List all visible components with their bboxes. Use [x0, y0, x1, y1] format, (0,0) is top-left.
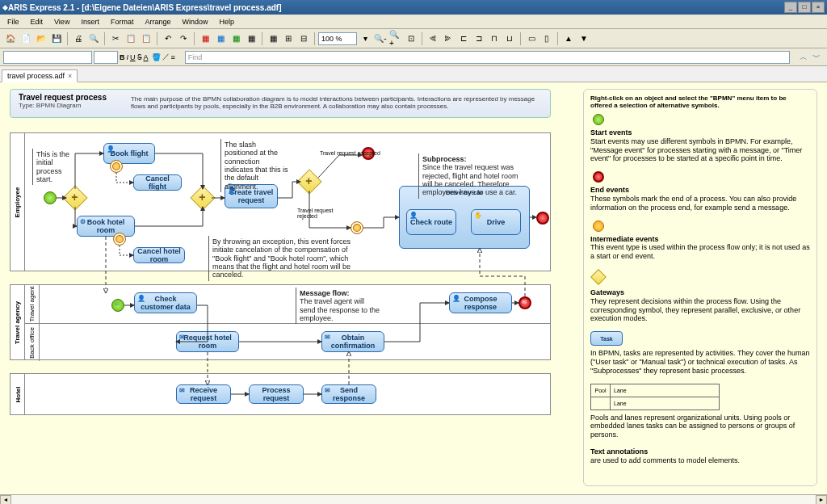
event-throw-exception[interactable] — [351, 221, 363, 234]
event-start[interactable] — [44, 191, 57, 204]
export-img-icon[interactable]: ▦ — [229, 32, 243, 46]
menu-edit[interactable]: Edit — [25, 16, 49, 27]
task-send-response[interactable]: ✉Send response — [321, 384, 376, 404]
menu-file[interactable]: File — [2, 16, 25, 27]
fill-color-icon[interactable]: 🪣 — [152, 53, 161, 61]
task-book-flight[interactable]: 👤Book flight — [103, 143, 155, 164]
fit-icon[interactable]: ⊡ — [404, 32, 418, 46]
menu-help[interactable]: Help — [213, 16, 240, 27]
document-tabs: travel process.adf × — [0, 66, 827, 82]
annotation-subprocess: Subprocess:Since the travel request was … — [418, 153, 531, 199]
tab-close-icon[interactable]: × — [68, 72, 72, 80]
canvas-area[interactable]: Travel request process Type: BPMN Diagra… — [0, 82, 827, 494]
layout-icon[interactable]: ⊞ — [281, 32, 296, 46]
cut-icon[interactable]: ✂ — [108, 32, 123, 46]
font-select[interactable] — [3, 51, 92, 64]
copy-icon[interactable]: 📋 — [124, 32, 138, 46]
line-style-icon[interactable]: ≡ — [171, 53, 175, 61]
find-input[interactable]: Find — [185, 51, 790, 64]
task-check-route[interactable]: 👤Check route — [406, 209, 456, 235]
new-icon[interactable]: 📄 — [19, 32, 33, 46]
scroll-left-icon[interactable]: ◄ — [0, 495, 11, 504]
menu-bar: File Edit View Insert Format Arrange Win… — [0, 15, 827, 29]
undo-icon[interactable]: ↶ — [161, 32, 175, 46]
task-cancel-hotel[interactable]: Cancel hotel room — [133, 247, 185, 263]
zoom-dropdown-icon[interactable]: ▾ — [358, 32, 372, 46]
redo-icon[interactable]: ↷ — [176, 32, 191, 46]
zoom-input[interactable]: 100 % — [318, 32, 357, 45]
user-icon: 👤 — [107, 145, 115, 153]
event-end-subprocess[interactable] — [536, 212, 549, 225]
event-compensate-flight[interactable] — [110, 160, 123, 173]
send-icon: ✉ — [179, 334, 185, 341]
menu-insert[interactable]: Insert — [75, 16, 105, 27]
diagram-header: Travel request process Type: BPMN Diagra… — [10, 89, 551, 118]
pool-hotel-label: Hotel — [14, 386, 21, 402]
tab-travel-process[interactable]: travel process.adf × — [2, 69, 78, 82]
task-process-request[interactable]: Process request — [249, 384, 304, 404]
align-middle-icon[interactable]: ⊓ — [487, 32, 502, 46]
maximize-button[interactable]: □ — [798, 2, 811, 13]
ungroup-icon[interactable]: ▯ — [539, 32, 554, 46]
bold-icon[interactable]: B — [120, 53, 125, 61]
print-preview-icon[interactable]: 🔍 — [86, 32, 101, 46]
diagram-description: The main purpose of the BPMN collaborati… — [131, 93, 542, 114]
open-icon[interactable]: 📂 — [34, 32, 48, 46]
legend-end-icon — [593, 171, 604, 183]
task-receive-request[interactable]: ✉Receive request — [176, 384, 231, 404]
event-end-message[interactable]: ✉ — [518, 296, 531, 309]
save-icon[interactable]: 💾 — [49, 32, 64, 46]
scroll-right-icon[interactable]: ► — [816, 495, 827, 504]
group-icon[interactable]: ▭ — [524, 32, 539, 46]
task-book-hotel[interactable]: ⚙Book hotel room — [77, 216, 135, 237]
main-toolbar: 🏠 📄 📂 💾 🖨 🔍 ✂ 📋 📋 ↶ ↷ ▦ ▦ ▦ ▦ ▦ ⊞ ⊟ 100 … — [0, 29, 827, 48]
underline-icon[interactable]: U — [130, 53, 136, 61]
align-bottom-icon[interactable]: ⊔ — [502, 32, 517, 46]
task-obtain-confirmation[interactable]: ✉Obtain confirmation — [321, 331, 384, 352]
task-drive[interactable]: ✋Drive — [471, 209, 521, 235]
font-size-select[interactable] — [94, 51, 118, 64]
align-center-icon[interactable]: ⫸ — [441, 32, 455, 46]
horizontal-scrollbar[interactable]: ◄ ► — [0, 494, 827, 504]
export-icon[interactable]: ▦ — [244, 32, 258, 46]
export-rtf-icon[interactable]: ▦ — [213, 32, 228, 46]
paste-icon[interactable]: 📋 — [139, 32, 153, 46]
minimize-button[interactable]: _ — [784, 2, 797, 13]
user-icon: 👤 — [452, 295, 460, 302]
close-button[interactable]: × — [812, 2, 825, 13]
event-compensate-hotel[interactable] — [113, 233, 126, 246]
align-right-icon[interactable]: ⊏ — [456, 32, 471, 46]
italic-icon[interactable]: I — [127, 53, 129, 61]
find-chevron-down-icon[interactable]: ﹀ — [812, 52, 821, 63]
task-request-hotel[interactable]: ✉Request hotel room — [176, 331, 239, 352]
arrange-icon[interactable]: ⊟ — [296, 32, 311, 46]
menu-format[interactable]: Format — [105, 16, 140, 27]
legend-task-icon: Task — [590, 331, 623, 346]
service-icon: ⚙ — [80, 218, 86, 225]
home-icon[interactable]: 🏠 — [3, 32, 18, 46]
zoom-out-icon[interactable]: 🔍- — [373, 32, 388, 46]
zoom-in-icon[interactable]: 🔍+ — [388, 32, 403, 46]
task-compose-response[interactable]: 👤Compose response — [449, 292, 512, 313]
bring-front-icon[interactable]: ▲ — [561, 32, 576, 46]
export-pdf-icon[interactable]: ▦ — [198, 32, 212, 46]
receive-icon: ✉ — [325, 334, 330, 341]
event-start-message[interactable]: ✉ — [111, 299, 124, 312]
line-icon[interactable]: ／ — [162, 52, 170, 62]
user-icon: 👤 — [409, 212, 418, 219]
find-chevron-icon[interactable]: ︿ — [800, 52, 808, 63]
receive-icon: ✉ — [179, 387, 185, 394]
font-color-icon[interactable]: A — [144, 53, 149, 61]
send-back-icon[interactable]: ▼ — [577, 32, 591, 46]
task-cancel-flight[interactable]: Cancel flight — [133, 174, 182, 191]
align-top-icon[interactable]: ⊐ — [472, 32, 486, 46]
align-left-icon[interactable]: ⫷ — [426, 32, 440, 46]
print-icon[interactable]: 🖨 — [71, 32, 86, 46]
grid-icon[interactable]: ▦ — [266, 32, 280, 46]
task-check-customer[interactable]: 👤Check customer data — [134, 292, 197, 313]
menu-view[interactable]: View — [48, 16, 75, 27]
strike-icon[interactable]: S̶ — [137, 53, 142, 61]
label-accepted: Travel request accepted — [320, 150, 380, 156]
menu-window[interactable]: Window — [176, 16, 213, 27]
menu-arrange[interactable]: Arrange — [139, 16, 176, 27]
